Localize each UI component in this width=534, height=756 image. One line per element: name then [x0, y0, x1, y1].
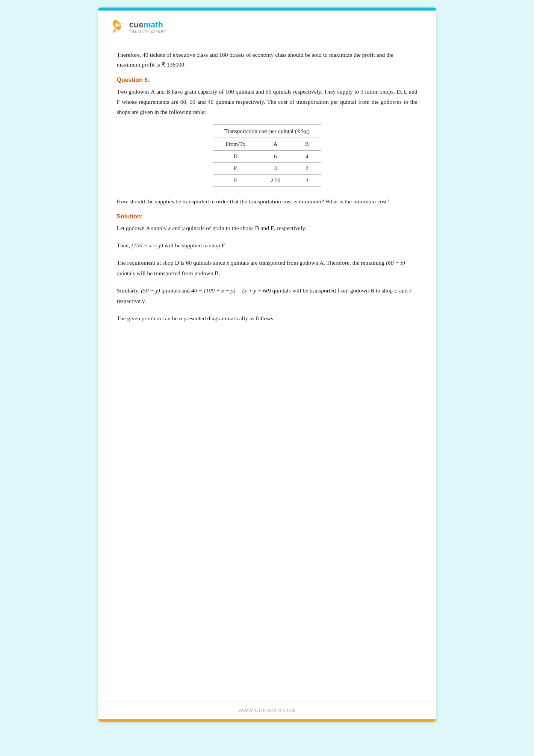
solution-para3: The requirement at shop D is 60 quintals…	[117, 258, 418, 279]
row-d-label: D	[213, 151, 258, 163]
row-f-a: 2.50	[258, 175, 293, 187]
logo-cue: cue	[129, 20, 144, 29]
solution-para5: Similarly, (50 − y) quintals and 40 − (1…	[117, 285, 418, 306]
expr-50-y: (50 − y)	[141, 287, 160, 294]
transport-table: Transportation cost per quintal (₹/kg) F…	[213, 124, 321, 187]
question-text: Two godowns A and B have grain capacity …	[117, 86, 418, 117]
table-col-header-row: From/To A B	[213, 138, 321, 151]
col-a: A	[258, 138, 293, 151]
row-e-b: 2	[293, 163, 321, 175]
question-block: Question 6: Two godowns A and B have gra…	[117, 77, 418, 117]
row-d-a: 6	[258, 151, 293, 163]
logo-container: cuemath THE MATH EXPERT	[109, 18, 166, 35]
table-row-e: E 3 2	[213, 163, 321, 175]
row-e-label: E	[213, 163, 258, 175]
solution-para1: Let godown A supply x and y quintals of …	[117, 223, 418, 233]
logo-math: math	[143, 20, 163, 29]
table-row-d: D 6 4	[213, 151, 321, 163]
row-d-b: 4	[293, 151, 321, 163]
solution-label: Solution:	[117, 213, 418, 220]
page-container: cuemath THE MATH EXPERT Therefore, 40 ti…	[98, 8, 436, 722]
how-text: How should the supplies be transported i…	[117, 196, 418, 206]
var-x: x	[168, 225, 171, 231]
col-from-to: From/To	[213, 138, 258, 151]
col-b: B	[293, 138, 321, 151]
intro-text: Therefore, 40 tickets of executive class…	[117, 50, 418, 70]
row-f-label: F	[213, 175, 258, 187]
footer: WWW.CUEMATH.COM	[98, 701, 436, 719]
header: cuemath THE MATH EXPERT	[98, 11, 436, 39]
content: Therefore, 40 tickets of executive class…	[98, 39, 436, 701]
row-e-a: 3	[258, 163, 293, 175]
table-main-header: Transportation cost per quintal (₹/kg)	[213, 125, 321, 138]
solution-block: Solution: Let godown A supply x and y qu…	[117, 213, 418, 323]
solution-para2: Then, (100 − x − y) will be supplied to …	[117, 240, 418, 251]
rocket-icon	[109, 18, 126, 35]
question-label: Question 6:	[117, 77, 418, 83]
expr-60-x: (60 − x)	[386, 259, 405, 266]
var-x2: x	[227, 259, 229, 266]
expr-40-formula: 40 − (100 − x − y) = (x + y − 60)	[191, 287, 271, 294]
expr-100-x-y: (100 − x − y)	[132, 242, 163, 248]
solution-para6: The given problem can be represented dia…	[117, 313, 418, 324]
bottom-bar	[98, 719, 436, 722]
table-header-row: Transportation cost per quintal (₹/kg)	[213, 125, 321, 138]
top-bar	[98, 8, 436, 11]
row-f-b: 3	[293, 175, 321, 187]
table-wrapper: Transportation cost per quintal (₹/kg) F…	[117, 124, 418, 187]
logo-text: cuemath THE MATH EXPERT	[129, 20, 166, 33]
var-y: y	[182, 225, 185, 231]
logo-tagline: THE MATH EXPERT	[129, 30, 166, 33]
logo-brand: cuemath	[129, 20, 166, 30]
table-row-f: F 2.50 3	[213, 175, 321, 187]
